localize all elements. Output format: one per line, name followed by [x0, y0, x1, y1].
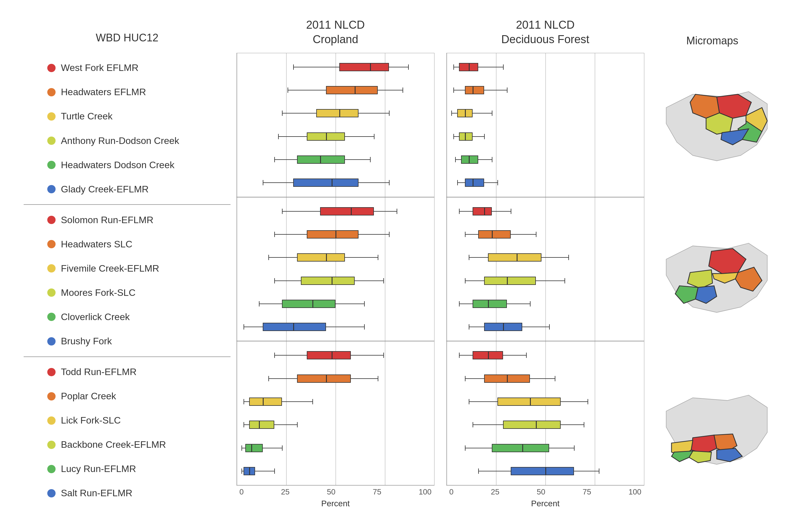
watershed-label: Anthony Run-Dodson Creek	[61, 135, 179, 146]
whisker-max-cap	[511, 209, 511, 214]
whisker-max-cap	[492, 157, 492, 162]
whisker-min-cap	[242, 445, 242, 451]
whisker-min-cap	[459, 353, 460, 358]
chart-group-2	[237, 341, 434, 485]
boxplot-row	[240, 441, 431, 455]
iqr-box	[503, 421, 560, 429]
axis-tick-label: 75	[373, 487, 381, 496]
watershed-label: Headwaters SLC	[61, 239, 132, 250]
label-row: Salt Run-EFLMR	[24, 487, 230, 500]
whisker-max-cap	[297, 422, 298, 428]
median-line	[469, 155, 470, 164]
median-line	[503, 323, 504, 331]
watershed-label: Backbone Creek-EFLMR	[61, 439, 166, 450]
median-line	[492, 230, 493, 239]
whisker-min-cap	[459, 209, 460, 214]
grid-line	[595, 197, 595, 341]
cropland-chart: 0255075100 Percent	[236, 53, 435, 508]
whisker-max-cap	[565, 278, 565, 283]
median-line	[488, 300, 489, 308]
whisker-min-cap	[274, 278, 275, 283]
whisker-max-cap	[536, 232, 536, 237]
whisker-min-cap	[282, 111, 283, 116]
median-line	[331, 351, 332, 359]
median-line	[263, 398, 264, 406]
color-dot	[47, 136, 56, 145]
grid-line	[496, 53, 496, 197]
axis-tick-label: 50	[537, 487, 545, 496]
grid-line	[237, 53, 238, 197]
watershed-label: West Fork EFLMR	[61, 62, 139, 73]
grid-line	[434, 341, 435, 485]
median-line	[331, 277, 332, 285]
median-line	[507, 375, 508, 383]
watershed-label: Glady Creek-EFLMR	[61, 184, 149, 195]
iqr-box	[245, 444, 263, 452]
boxplot-row	[240, 418, 431, 431]
chart-group-1	[446, 197, 644, 342]
iqr-box	[511, 467, 574, 475]
iqr-box	[465, 86, 484, 94]
whisker-min-cap	[469, 324, 469, 329]
median-line	[465, 132, 466, 141]
label-row: Headwaters Dodson Creek	[24, 158, 230, 172]
grid-line	[286, 197, 287, 341]
median-line	[351, 207, 352, 215]
iqr-box	[297, 155, 345, 164]
whisker-min-cap	[278, 134, 279, 139]
whisker-max-cap	[383, 278, 384, 283]
whisker-max-cap	[378, 255, 378, 260]
median-line	[331, 178, 332, 187]
whisker-min-cap	[455, 157, 456, 162]
whisker-min-cap	[457, 180, 458, 185]
grid-line	[434, 53, 435, 197]
whisker-max-cap	[492, 111, 492, 116]
boxplot-row	[450, 464, 641, 478]
median-line	[312, 300, 313, 308]
whisker-min-cap	[453, 134, 454, 139]
iqr-box	[249, 421, 274, 429]
watershed-label: Solomon Run-EFLMR	[61, 214, 153, 226]
iqr-box	[307, 351, 351, 359]
median-line	[355, 86, 356, 94]
grid-line	[336, 197, 336, 341]
iqr-box	[301, 277, 354, 285]
chart1-axis-label: Percent	[242, 496, 429, 508]
whisker-max-cap	[497, 180, 498, 185]
whisker-max-cap	[389, 232, 390, 237]
label-row: Moores Fork-SLC	[24, 286, 230, 299]
chart-group-1	[237, 197, 434, 342]
watershed-label: Moores Fork-SLC	[61, 287, 136, 298]
color-dot	[47, 88, 56, 96]
iqr-box	[307, 230, 359, 239]
label-row: Brushy Fork	[24, 335, 230, 348]
label-row: Solomon Run-EFLMR	[24, 213, 230, 227]
whisker-min-cap	[469, 255, 469, 260]
median-line	[259, 421, 260, 429]
whisker-max-cap	[484, 134, 485, 139]
grid-line	[286, 341, 287, 485]
whisker-max-cap	[568, 255, 569, 260]
boxplot-row	[450, 84, 641, 97]
whisker-max-cap	[282, 445, 283, 451]
whisker-min-cap	[465, 445, 466, 451]
median-line	[336, 230, 336, 239]
whisker-min-cap	[259, 301, 260, 306]
label-row: Fivemile Creek-EFLMR	[24, 262, 230, 275]
grid-line	[496, 197, 496, 341]
watershed-label: Cloverlick Creek	[61, 311, 130, 322]
iqr-box	[465, 178, 484, 187]
whisker-min-cap	[293, 64, 294, 70]
label-row: Lick Fork-SLC	[24, 414, 230, 427]
color-dot	[47, 288, 56, 297]
median-line	[293, 323, 294, 331]
color-dot	[47, 416, 56, 425]
whisker-max-cap	[378, 376, 378, 381]
headers-row: WBD HUC12 2011 NLCD Cropland 2011 NLCD D…	[24, 18, 774, 47]
iqr-box	[459, 132, 472, 141]
color-dot	[47, 185, 56, 193]
iqr-box	[497, 398, 560, 406]
whisker-max-cap	[389, 111, 390, 116]
boxplot-row	[450, 395, 641, 408]
iqr-box	[293, 178, 358, 187]
